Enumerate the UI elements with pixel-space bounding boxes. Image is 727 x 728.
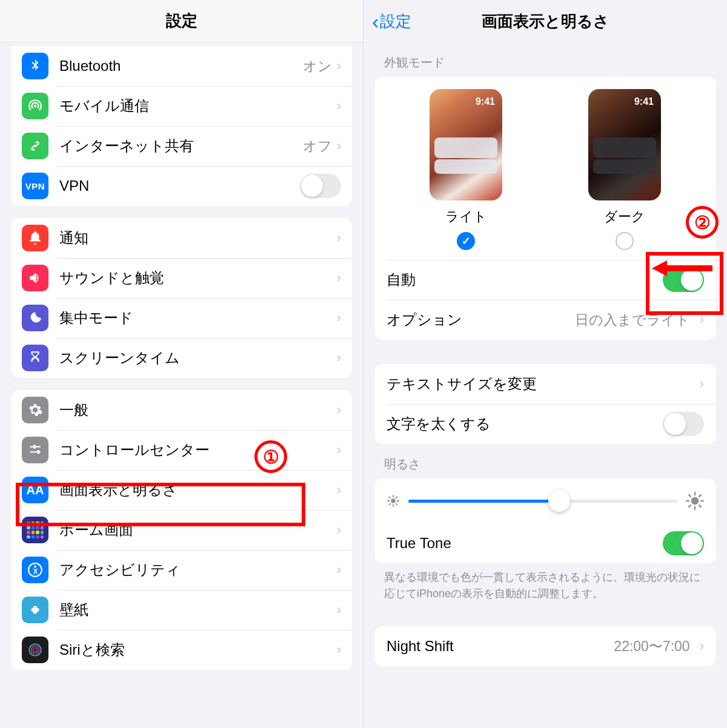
row-label: コントロールセンター	[59, 440, 337, 460]
bluetooth-icon	[22, 53, 48, 79]
connectivity-group: Bluetooth オン › モバイル通信 › インターネット共有 オフ › V…	[11, 46, 352, 206]
siri-icon	[22, 637, 48, 663]
row-value: オフ	[303, 137, 332, 156]
row-display-brightness[interactable]: AA 画面表示と明るさ ›	[11, 470, 352, 510]
grid-icon	[22, 517, 48, 543]
truetone-toggle[interactable]	[663, 531, 704, 555]
chevron-right-icon: ›	[700, 312, 704, 328]
row-truetone[interactable]: True Tone	[374, 523, 716, 563]
appearance-dark-option[interactable]: 9:41 ダーク	[588, 89, 661, 250]
row-options[interactable]: オプション 日の入までライト ›	[374, 300, 716, 340]
row-textsize[interactable]: テキストサイズを変更 ›	[374, 364, 716, 404]
preview-time: 9:41	[634, 96, 654, 107]
dark-preview: 9:41	[588, 89, 661, 200]
row-accessibility[interactable]: アクセシビリティ ›	[11, 550, 352, 590]
display-settings-list[interactable]: 外観モード 9:41 ライト	[364, 42, 727, 728]
light-radio[interactable]	[457, 232, 475, 250]
row-label: 壁紙	[59, 600, 337, 620]
svg-point-1	[34, 566, 36, 568]
row-label: モバイル通信	[59, 96, 337, 116]
row-bluetooth[interactable]: Bluetooth オン ›	[11, 46, 352, 86]
chevron-right-icon: ›	[337, 138, 341, 154]
row-label: ホーム画面	[59, 520, 337, 540]
row-label: 一般	[59, 400, 337, 420]
row-value: オン	[303, 57, 332, 76]
row-hotspot[interactable]: インターネット共有 オフ ›	[11, 126, 352, 166]
row-screentime[interactable]: スクリーンタイム ›	[11, 338, 352, 378]
row-nightshift[interactable]: Night Shift 22:00〜7:00 ›	[374, 626, 716, 666]
row-auto[interactable]: 自動	[374, 260, 716, 300]
row-label: VPN	[59, 177, 300, 194]
row-label: スクリーンタイム	[59, 348, 337, 368]
settings-root-pane: 設定 Bluetooth オン › モバイル通信 › インターネット共有	[0, 0, 364, 728]
svg-point-4	[33, 648, 38, 652]
textsize-icon: AA	[22, 477, 48, 503]
row-bold[interactable]: 文字を太くする	[374, 404, 716, 444]
chevron-right-icon: ›	[337, 522, 341, 538]
row-sounds[interactable]: サウンドと触覚 ›	[11, 258, 352, 298]
row-vpn[interactable]: VPN VPN	[11, 166, 352, 206]
vpn-toggle[interactable]	[300, 174, 341, 198]
chevron-right-icon: ›	[337, 442, 341, 458]
options-value: 日の入までライト	[575, 311, 690, 329]
chevron-right-icon: ›	[700, 376, 704, 392]
sun-large-icon	[686, 492, 704, 510]
moon-icon	[22, 305, 48, 331]
row-label: 集中モード	[59, 308, 337, 328]
general-group: 一般 › コントロールセンター › AA 画面表示と明るさ ›	[11, 390, 352, 670]
svg-point-6	[691, 497, 699, 505]
nightshift-label: Night Shift	[387, 638, 454, 655]
bold-toggle[interactable]	[663, 412, 704, 436]
appearance-light-option[interactable]: 9:41 ライト	[430, 89, 502, 250]
row-wallpaper[interactable]: 壁紙 ›	[11, 590, 352, 630]
auto-label: 自動	[387, 270, 416, 290]
row-label: アクセシビリティ	[59, 560, 337, 580]
text-card: テキストサイズを変更 › 文字を太くする	[374, 364, 716, 444]
auto-toggle[interactable]	[663, 268, 704, 292]
chevron-right-icon: ›	[337, 98, 341, 114]
dark-radio[interactable]	[616, 232, 634, 250]
speaker-icon	[22, 265, 48, 291]
chevron-left-icon: ‹	[372, 11, 379, 31]
hourglass-icon	[22, 345, 48, 371]
svg-point-5	[391, 498, 395, 503]
options-label: オプション	[387, 310, 462, 329]
notifications-group: 通知 › サウンドと触覚 › 集中モード › スクリーンタイム ›	[11, 218, 352, 378]
row-label: 通知	[59, 228, 337, 248]
chevron-right-icon: ›	[337, 602, 341, 618]
row-cellular[interactable]: モバイル通信 ›	[11, 86, 352, 126]
vpn-icon: VPN	[22, 173, 48, 199]
sun-small-icon	[387, 494, 400, 508]
chevron-right-icon: ›	[700, 638, 704, 654]
header: 設定	[0, 0, 363, 42]
section-header-appearance: 外観モード	[384, 55, 716, 71]
chevron-right-icon: ›	[337, 270, 341, 286]
row-label: サウンドと触覚	[59, 268, 337, 288]
nightshift-value: 22:00〜7:00	[614, 637, 689, 656]
truetone-footer: 異なる環境でも色が一貫して表示されるように、環境光の状況に応じてiPhoneの表…	[384, 569, 706, 602]
gear-icon	[22, 397, 48, 423]
chevron-right-icon: ›	[337, 58, 341, 74]
back-button[interactable]: ‹設定	[372, 11, 411, 32]
chevron-right-icon: ›	[337, 310, 341, 326]
row-label: インターネット共有	[59, 136, 303, 156]
header: ‹設定 画面表示と明るさ	[364, 0, 727, 42]
chevron-right-icon: ›	[337, 230, 341, 246]
chevron-right-icon: ›	[337, 402, 341, 418]
row-siri[interactable]: Siriと検索 ›	[11, 630, 352, 670]
brightness-slider[interactable]	[408, 500, 677, 503]
bell-icon	[22, 225, 48, 251]
display-settings-pane: ‹設定 画面表示と明るさ 外観モード 9:41 ライト	[364, 0, 727, 728]
bold-label: 文字を太くする	[387, 414, 491, 434]
row-homescreen[interactable]: ホーム画面 ›	[11, 510, 352, 550]
light-label: ライト	[445, 208, 487, 226]
dark-label: ダーク	[604, 208, 645, 226]
light-preview: 9:41	[430, 89, 502, 200]
chevron-right-icon: ›	[337, 482, 341, 498]
row-focus[interactable]: 集中モード ›	[11, 298, 352, 338]
row-notifications[interactable]: 通知 ›	[11, 218, 352, 258]
settings-list[interactable]: Bluetooth オン › モバイル通信 › インターネット共有 オフ › V…	[0, 42, 363, 728]
row-general[interactable]: 一般 ›	[11, 390, 352, 430]
page-title: 画面表示と明るさ	[482, 11, 609, 32]
row-controlcenter[interactable]: コントロールセンター ›	[11, 430, 352, 470]
